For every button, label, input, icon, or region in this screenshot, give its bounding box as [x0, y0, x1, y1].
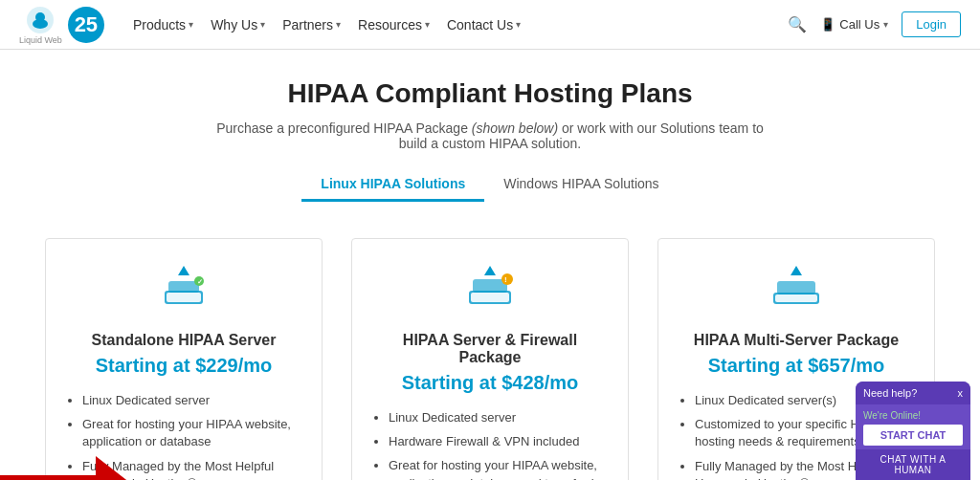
logo: Liquid Web 25 [19, 5, 104, 45]
nav-products[interactable]: Products ▾ [133, 17, 193, 33]
plans-section: ✓ Standalone HIPAA Server Starting at $2… [0, 238, 980, 480]
plan-standalone-title: Standalone HIPAA Server [92, 332, 277, 349]
logo-icon [25, 5, 56, 35]
plan-firewall-icon: ! [463, 262, 517, 318]
feature-item: Hardware Firewall & VPN included [389, 433, 609, 450]
chat-close-button[interactable]: x [958, 387, 964, 399]
plan-multiserver-price: Starting at $657/mo [708, 355, 885, 377]
contact-chevron-icon: ▾ [516, 19, 521, 30]
nav-resources[interactable]: Resources ▾ [358, 17, 430, 33]
svg-rect-5 [167, 293, 201, 302]
feature-item: Linux Dedicated server [389, 409, 609, 426]
svg-point-2 [35, 12, 45, 22]
svg-rect-17 [775, 295, 817, 302]
feature-item: Fully Managed by the Most Helpful Humans… [82, 458, 302, 480]
resources-chevron-icon: ▾ [425, 19, 430, 30]
plan-standalone-price: Starting at $229/mo [96, 355, 273, 377]
plan-firewall: ! HIPAA Server & Firewall Package Starti… [351, 238, 629, 480]
call-us-button[interactable]: 📱 Call Us ▾ [820, 17, 888, 32]
feature-item: Linux Dedicated server [82, 392, 302, 409]
plan-firewall-price: Starting at $428/mo [402, 372, 579, 394]
svg-marker-7 [178, 266, 189, 275]
chat-header: Need help? x [856, 382, 970, 404]
nav-links: Products ▾ Why Us ▾ Partners ▾ Resources… [133, 17, 788, 33]
chat-need-help: Need help? [863, 387, 917, 399]
plan-standalone-features: Linux Dedicated server Great for hosting… [65, 392, 302, 480]
plan-firewall-features: Linux Dedicated server Hardware Firewall… [371, 409, 609, 480]
navbar: Liquid Web 25 Products ▾ Why Us ▾ Partne… [0, 0, 980, 50]
plan-firewall-title: HIPAA Server & Firewall Package [371, 332, 609, 366]
partners-chevron-icon: ▾ [336, 19, 341, 30]
chat-footer-label[interactable]: CHAT WITH A HUMAN [856, 449, 970, 480]
call-chevron-icon: ▾ [883, 19, 888, 30]
page-title: HIPAA Compliant Hosting Plans [19, 78, 961, 109]
svg-rect-11 [471, 293, 509, 302]
plan-multiserver-icon [769, 262, 823, 318]
nav-contact-us[interactable]: Contact Us ▾ [447, 17, 521, 33]
svg-rect-6 [168, 281, 199, 293]
phone-icon: 📱 [820, 17, 835, 32]
svg-text:!: ! [504, 275, 507, 284]
chat-start-button[interactable]: START CHAT [863, 425, 963, 446]
search-icon[interactable]: 🔍 [788, 15, 807, 33]
chat-widget: Need help? x We're Online! START CHAT CH… [856, 382, 970, 480]
logo-badge: 25 [68, 7, 104, 43]
svg-marker-19 [791, 266, 802, 275]
solution-tabs: Linux HIPAA Solutions Windows HIPAA Solu… [19, 168, 961, 202]
logo-text: Liquid Web [19, 35, 62, 45]
chat-body: We're Online! START CHAT [856, 404, 970, 449]
plan-standalone-icon: ✓ [157, 262, 211, 318]
products-chevron-icon: ▾ [189, 19, 193, 30]
why-us-chevron-icon: ▾ [260, 19, 265, 30]
tab-linux-hipaa[interactable]: Linux HIPAA Solutions [301, 168, 484, 202]
feature-item: Great for hosting your HIPAA website, ap… [389, 457, 609, 480]
login-button[interactable]: Login [902, 11, 961, 37]
svg-marker-13 [484, 266, 496, 275]
nav-partners[interactable]: Partners ▾ [282, 17, 341, 33]
chat-online-status: We're Online! [863, 410, 963, 421]
plan-standalone: ✓ Standalone HIPAA Server Starting at $2… [45, 238, 323, 480]
nav-why-us[interactable]: Why Us ▾ [211, 17, 265, 33]
svg-rect-18 [777, 281, 815, 295]
hero-section: HIPAA Compliant Hosting Plans Purchase a… [0, 50, 980, 238]
feature-item: Great for hosting your HIPAA website, ap… [82, 416, 302, 450]
svg-text:✓: ✓ [197, 278, 203, 285]
plan-multiserver-title: HIPAA Multi-Server Package [694, 332, 899, 349]
nav-right: 🔍 📱 Call Us ▾ Login [788, 11, 961, 37]
hero-subtitle: Purchase a preconfigured HIPAA Package (… [203, 120, 777, 151]
tab-windows-hipaa[interactable]: Windows HIPAA Solutions [484, 168, 678, 202]
svg-point-14 [501, 273, 513, 285]
